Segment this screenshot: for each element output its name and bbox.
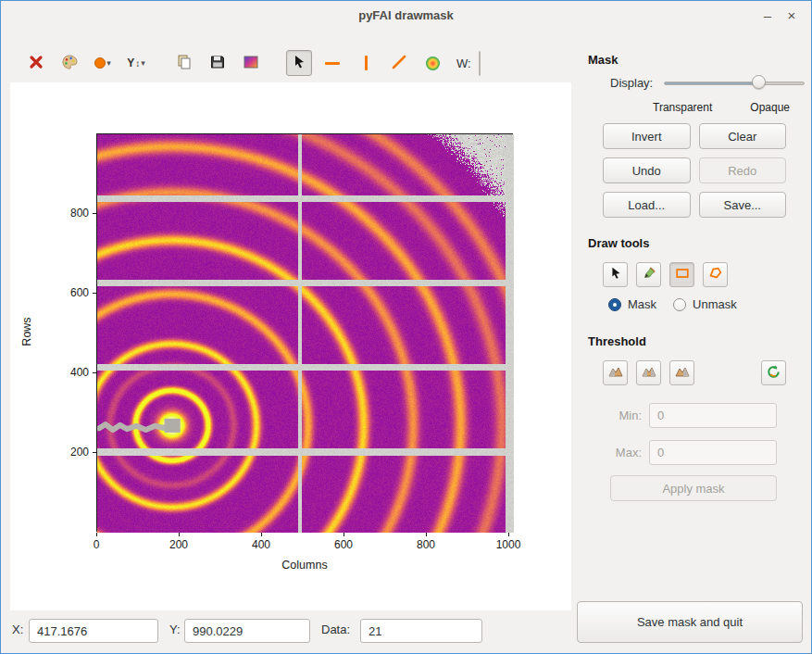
clear-button[interactable]: Clear [699,123,787,149]
x-tick [261,533,262,536]
diagonal-line-tool-button[interactable] [386,50,412,76]
max-input [649,440,777,465]
polygon-icon [708,266,723,283]
threshold-above-button[interactable] [669,360,694,385]
x-coordinate-field[interactable] [29,619,158,643]
vertical-line-icon [365,56,368,70]
close-button[interactable]: × [781,6,802,25]
save-mask-button[interactable]: Save... [699,192,787,218]
select-tool-button[interactable] [603,262,628,287]
y-axis-icon: Y [127,57,134,69]
max-row: Max: [603,440,786,465]
pan-select-tool-button[interactable] [286,50,312,76]
floppy-disk-icon [209,54,226,73]
y-tick-label: 200 [52,446,89,459]
copy-icon [176,54,193,73]
mask-transparency-slider[interactable] [664,75,805,90]
threshold-below-button[interactable] [603,360,628,385]
undo-button[interactable]: Undo [603,157,691,183]
print-image-button[interactable] [238,50,264,76]
rectangle-tool-button[interactable] [669,262,694,287]
colormap-button[interactable] [419,50,445,76]
horizontal-line-tool-button[interactable] [319,50,345,76]
y-tick [93,293,96,294]
threshold-between-icon [642,364,656,382]
apply-mask-button: Apply mask [610,475,777,501]
refresh-threshold-button[interactable] [761,360,786,385]
threshold-below-icon [608,364,623,382]
pencil-width-label: W: [456,57,471,70]
unmask-radio[interactable] [673,298,686,311]
x-tick [426,533,427,536]
orange-circle-icon [94,57,106,69]
y-axis-direction-button[interactable]: Y ↕ ▾ [123,50,149,76]
quit-button[interactable] [23,50,49,76]
display-row: Display: [584,75,805,90]
mask-radio[interactable] [608,298,621,311]
y-axis-label: Rows [20,258,33,406]
mask-side-panel: Mask Display: Transparent Opaque Invert … [584,53,805,590]
pencil-width-spinbox[interactable]: ▲ ▼ [479,51,481,76]
data-value-label: Data: [321,623,350,636]
mask-radio-label: Mask [628,297,656,311]
x-tick-label: 600 [334,538,353,551]
palette-button[interactable] [56,50,82,76]
y-tick-label: 600 [52,286,89,299]
palette-icon [61,54,78,73]
threshold-between-button[interactable] [636,360,661,385]
y-coordinate-label: Y: [169,623,181,636]
load-mask-button[interactable]: Load... [603,192,691,218]
copy-button[interactable] [171,50,197,76]
draw-tools-row [603,262,786,287]
color-image-icon [243,54,259,73]
save-snapshot-button[interactable] [205,50,231,76]
threshold-tools-row [603,360,786,385]
pencil-tool-button[interactable] [636,262,661,287]
x-tick-label: 800 [417,538,435,551]
x-tick [508,533,509,536]
x-tick [96,533,97,536]
y-coordinate-field[interactable] [184,619,310,643]
x-tick [179,533,180,536]
slider-track [664,82,805,85]
undo-redo-row: Undo Redo [603,157,786,183]
plot-toolbar: ▾ Y ↕ ▾ [1,44,237,82]
threshold-title: Threshold [588,334,646,348]
x-tick-label: 1000 [496,538,521,551]
titlebar: pyFAI drawmask – × [1,1,811,31]
slider-scale-labels: Transparent Opaque [584,101,805,114]
pencil-width-input[interactable] [480,52,481,75]
x-tick-label: 200 [169,538,188,551]
rectangle-icon [675,266,690,283]
red-x-icon [28,54,44,73]
max-label: Max: [603,446,642,459]
diffraction-image[interactable] [97,134,514,533]
vertical-line-tool-button[interactable] [353,50,379,76]
load-save-row: Load... Save... [603,192,786,218]
diagonal-line-icon [391,54,407,73]
arrow-cursor-icon [291,54,307,73]
min-row: Min: [603,403,786,428]
up-down-arrow-icon: ↕ [135,58,140,69]
mask-unmask-radios: Mask Unmask [608,297,737,311]
horizontal-line-icon [325,62,340,65]
x-tick-label: 400 [252,538,270,551]
colormap-icon [426,57,440,70]
y-tick [93,372,96,373]
x-tick [344,533,344,536]
window-title: pyFAI drawmask [1,8,811,22]
marker-style-button[interactable]: ▾ [90,50,116,76]
slider-thumb[interactable] [752,75,766,89]
x-tick-label: 0 [94,538,100,551]
pencil-icon [642,266,656,283]
minimize-button[interactable]: – [757,6,778,25]
chevron-down-icon: ▾ [106,58,111,68]
data-value-field[interactable] [360,619,482,643]
statusbar: X: Y: Data: [1,616,811,646]
invert-button[interactable]: Invert [603,123,691,149]
polygon-tool-button[interactable] [703,262,728,287]
redo-button: Redo [699,157,787,183]
threshold-above-icon [675,364,690,382]
opaque-label: Opaque [750,101,790,114]
y-tick-label: 800 [52,207,89,220]
